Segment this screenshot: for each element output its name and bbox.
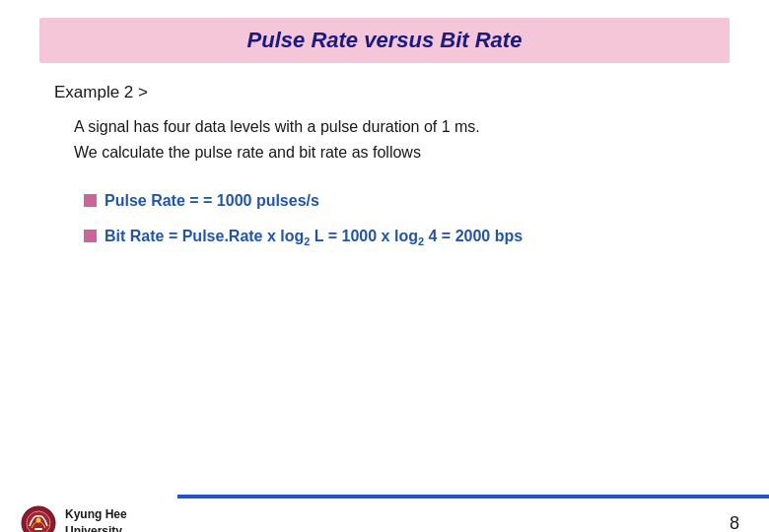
bullet-icon-1: [84, 194, 97, 207]
university-logo: [20, 504, 57, 532]
formula1-text: Pulse Rate = = 1000 pulses/s: [105, 192, 319, 210]
description-line2: We calculate the pulse rate and bit rate…: [74, 140, 715, 166]
formula2-line: Bit Rate = Pulse.Rate x log2 L = 1000 x …: [84, 228, 715, 247]
logo-area: Kyung Hee University: [20, 504, 127, 532]
content-area: Example 2 > A signal has four data level…: [0, 63, 769, 247]
svg-rect-3: [35, 528, 42, 530]
svg-point-2: [36, 518, 41, 523]
formula1-line: Pulse Rate = = 1000 pulses/s: [84, 192, 715, 210]
title-bar: Pulse Rate versus Bit Rate: [39, 18, 730, 63]
example-label: Example 2 >: [54, 83, 715, 102]
slide: Pulse Rate versus Bit Rate Example 2 > A…: [0, 18, 769, 532]
footer: Kyung Hee University 8: [0, 495, 769, 532]
description-line1: A signal has four data levels with a pul…: [74, 114, 715, 140]
slide-title: Pulse Rate versus Bit Rate: [247, 28, 523, 52]
university-name: Kyung Hee University: [65, 506, 127, 532]
formula2-text: Bit Rate = Pulse.Rate x log2 L = 1000 x …: [105, 228, 523, 247]
page-number: 8: [730, 513, 739, 533]
formula-section: Pulse Rate = = 1000 pulses/s Bit Rate = …: [54, 192, 715, 247]
footer-content: Kyung Hee University 8: [0, 499, 769, 532]
bullet-icon-2: [84, 230, 97, 242]
description-block: A signal has four data levels with a pul…: [54, 114, 715, 165]
